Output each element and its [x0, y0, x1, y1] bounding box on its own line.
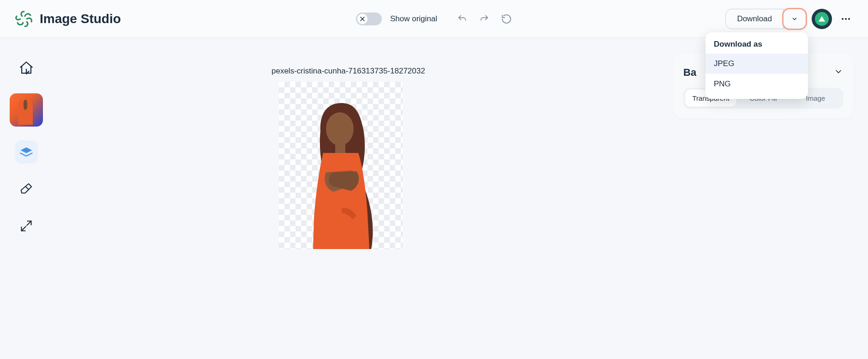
tool-eraser[interactable]: [15, 177, 38, 201]
svg-point-2: [848, 18, 850, 20]
more-menu-button[interactable]: [838, 11, 854, 27]
tool-expand[interactable]: [15, 214, 38, 237]
more-horizontal-icon: [840, 13, 851, 24]
svg-line-4: [26, 187, 29, 189]
eraser-icon: [19, 182, 33, 196]
download-option-png[interactable]: PNG: [705, 74, 808, 94]
chevron-down-icon: [791, 16, 798, 22]
chevron-down-icon: [834, 67, 843, 76]
svg-point-1: [845, 18, 847, 20]
svg-rect-6: [335, 143, 345, 153]
expand-icon: [20, 219, 33, 232]
app-title: Image Studio: [40, 12, 121, 26]
layers-icon: [19, 145, 33, 159]
svg-marker-3: [21, 147, 32, 153]
reset-icon[interactable]: [501, 13, 512, 24]
sidebar-thumbnail[interactable]: [10, 93, 43, 127]
download-format-chevron[interactable]: [782, 8, 807, 30]
home-upload-icon: [18, 60, 34, 76]
drive-avatar[interactable]: [812, 9, 832, 29]
tool-background[interactable]: [15, 140, 38, 164]
toggle-knob: [357, 14, 368, 24]
show-original-label: Show original: [390, 14, 437, 24]
image-canvas[interactable]: [279, 82, 403, 249]
show-original-toggle[interactable]: [356, 12, 382, 25]
app-logo: [14, 9, 34, 29]
svg-point-0: [842, 18, 844, 20]
subject-image: [297, 98, 385, 249]
drive-icon: [815, 12, 829, 26]
download-option-jpeg[interactable]: JPEG: [705, 54, 808, 74]
download-button[interactable]: Download: [726, 9, 784, 29]
image-filename: pexels-cristina-cunha-716313735-18272032: [271, 67, 425, 76]
tool-home[interactable]: [15, 56, 38, 79]
panel-collapse-chevron[interactable]: [834, 67, 843, 78]
undo-icon[interactable]: [457, 13, 468, 24]
panel-title: Ba: [683, 67, 696, 79]
redo-icon[interactable]: [479, 13, 490, 24]
download-format-menu: Download as JPEG PNG: [705, 32, 808, 99]
svg-point-5: [326, 112, 354, 146]
download-menu-title: Download as: [705, 39, 808, 54]
